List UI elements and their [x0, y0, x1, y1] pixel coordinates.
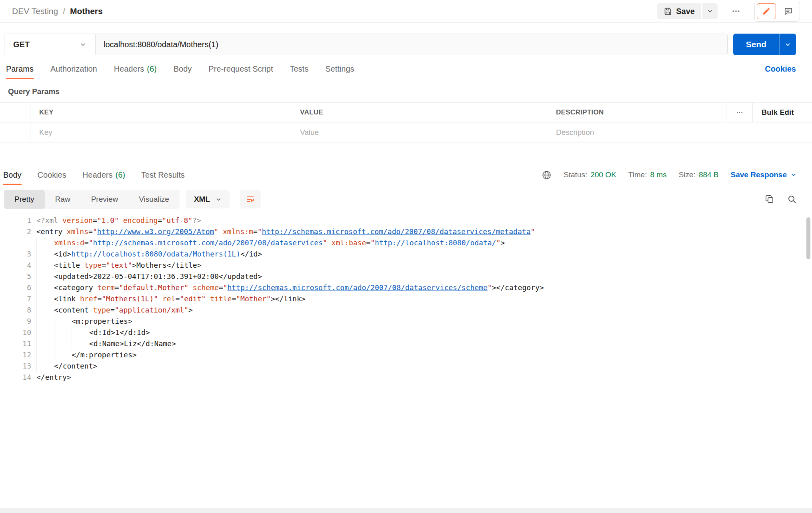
request-tab-body[interactable]: Body	[174, 59, 192, 79]
param-description-input[interactable]	[547, 128, 812, 137]
code-token: "Mother"	[236, 295, 271, 303]
code-token: "	[496, 238, 500, 247]
code-token: >	[500, 238, 505, 247]
indent-guide	[72, 338, 89, 349]
horizontal-scrollbar[interactable]	[0, 508, 812, 513]
code-token: =	[232, 295, 236, 303]
code-content: </m:properties>	[36, 349, 137, 361]
code-link[interactable]: http://www.w3.org/2005/Atom	[97, 227, 214, 236]
request-tabs-row: ParamsAuthorizationHeaders(6)BodyPre-req…	[0, 59, 812, 79]
status-value: 200 OK	[590, 170, 616, 179]
code-token: "	[488, 283, 492, 292]
send-button[interactable]: Send	[733, 34, 779, 55]
view-tab-raw[interactable]: Raw	[45, 190, 81, 209]
code-token: "	[93, 227, 97, 236]
request-tab-settings[interactable]: Settings	[325, 59, 354, 79]
code-link[interactable]: http://schemas.microsoft.com/ado/2007/08…	[262, 227, 531, 236]
request-tab-tests[interactable]: Tests	[290, 59, 308, 79]
tab-label: Body	[3, 170, 22, 180]
code-content: <d:Name>Liz</d:Name>	[36, 338, 176, 349]
cookies-link[interactable]: Cookies	[765, 64, 796, 74]
save-response-button[interactable]: Save Response	[731, 170, 797, 179]
code-line: 8<content type="application/xml">	[0, 305, 812, 316]
code-token: "Mothers(1L)"	[102, 295, 158, 303]
vertical-scrollbar[interactable]	[806, 217, 810, 259]
line-number: 13	[0, 361, 31, 372]
response-tab-test-results[interactable]: Test Results	[141, 165, 185, 184]
view-tab-pretty[interactable]: Pretty	[4, 190, 45, 209]
topbar: DEV Testing / Mothers Save	[0, 0, 812, 23]
params-more-icon[interactable]	[736, 109, 743, 116]
tab-label: Authorization	[50, 64, 97, 74]
code-link[interactable]: http://localhost:8080/odata/	[375, 238, 496, 247]
code-token: </entry>	[36, 373, 71, 381]
param-key-input[interactable]	[30, 128, 291, 137]
code-token: <updated>	[54, 272, 93, 281]
request-tab-pre-request-script[interactable]: Pre-request Script	[208, 59, 273, 79]
search-button[interactable]	[787, 194, 797, 204]
code-line: 1<?xml version="1.0" encoding="utf-8"?>	[0, 215, 812, 226]
view-tab-visualize[interactable]: Visualize	[128, 190, 180, 209]
response-view-tabs: PrettyRawPreviewVisualize	[4, 190, 180, 209]
code-token: href	[80, 295, 97, 303]
tab-count: (6)	[147, 64, 156, 74]
view-tab-preview[interactable]: Preview	[81, 190, 129, 209]
code-token: xmlns:d	[54, 238, 84, 247]
method-selector[interactable]: GET	[4, 34, 96, 55]
network-globe-icon[interactable]	[542, 170, 552, 180]
url-input[interactable]	[96, 34, 727, 55]
code-line: 9<m:properties>	[0, 316, 812, 327]
chevron-down-icon	[707, 8, 713, 14]
indent-guide	[54, 338, 72, 349]
code-token: "edit"	[180, 295, 206, 303]
send-options-button[interactable]	[779, 34, 796, 55]
code-token: =	[366, 238, 370, 247]
request-tab-authorization[interactable]: Authorization	[50, 59, 97, 79]
request-tab-params[interactable]: Params	[6, 59, 34, 79]
code-link[interactable]: http://schemas.microsoft.com/ado/2007/08…	[228, 283, 488, 292]
save-icon	[664, 7, 672, 16]
save-button[interactable]: Save	[657, 3, 701, 19]
comment-icon	[784, 7, 793, 16]
code-link[interactable]: http://schemas.microsoft.com/ado/2007/08…	[93, 238, 323, 247]
response-tab-cookies[interactable]: Cookies	[38, 165, 66, 184]
indent-guide	[36, 338, 54, 349]
more-actions-button[interactable]	[728, 3, 744, 19]
wrap-lines-button[interactable]	[240, 190, 261, 208]
indent-guide	[54, 327, 72, 338]
code-token: <title	[54, 261, 84, 269]
params-input-row	[0, 122, 812, 142]
save-options-button[interactable]	[702, 3, 718, 19]
response-toolbar-right	[765, 194, 797, 204]
code-content: <title type="text">Mothers</title>	[36, 260, 202, 271]
request-tab-headers[interactable]: Headers(6)	[114, 59, 157, 79]
code-token: =	[158, 216, 162, 224]
copy-button[interactable]	[765, 194, 774, 204]
method-url-container: GET	[4, 34, 728, 55]
params-more-cell	[726, 103, 752, 122]
code-content: <m:properties>	[36, 316, 132, 327]
tab-count: (6)	[115, 170, 125, 180]
response-tab-body[interactable]: Body	[3, 165, 22, 184]
code-token: "	[223, 283, 228, 292]
breadcrumb-separator: /	[63, 6, 65, 16]
pencil-icon	[762, 7, 771, 16]
code-content: <?xml version="1.0" encoding="utf-8"?>	[36, 215, 201, 226]
response-tab-headers[interactable]: Headers(6)	[82, 165, 125, 184]
bulk-edit-button[interactable]: Bulk Edit	[752, 103, 812, 122]
code-token: </updated>	[219, 272, 262, 281]
comments-button[interactable]	[778, 3, 798, 19]
line-number: 9	[0, 316, 31, 327]
response-meta: Status: 200 OK Time: 8 ms Size: 884 B Sa…	[542, 170, 797, 180]
code-link[interactable]: http://localhost:8080/odata/Mothers(1L)	[71, 250, 240, 258]
param-value-input[interactable]	[291, 128, 547, 137]
code-token	[327, 238, 332, 247]
request-bar: GET Send	[4, 34, 796, 55]
code-token: scheme	[193, 283, 219, 292]
response-size: Size: 884 B	[679, 170, 719, 179]
indent-guide	[36, 305, 54, 316]
breadcrumb-workspace[interactable]: DEV Testing	[12, 6, 58, 16]
edit-mode-button[interactable]	[757, 3, 776, 19]
format-selector[interactable]: XML	[186, 190, 230, 208]
topbar-actions: Save	[657, 1, 800, 22]
